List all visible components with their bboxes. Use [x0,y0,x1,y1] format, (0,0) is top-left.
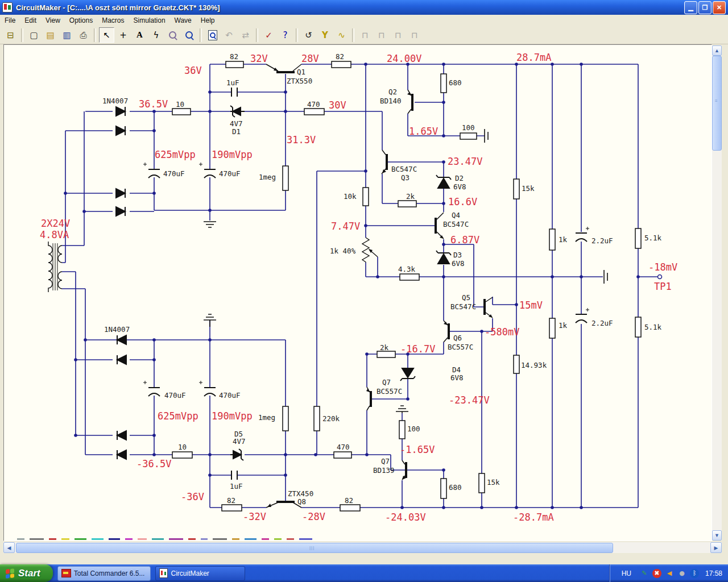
trace-color-dash [75,538,86,540]
menu-simulation[interactable]: Simulation [129,15,170,26]
vertical-scrollbar[interactable]: ▲ ≡ ▼ [712,45,722,541]
trace-color-dash [287,538,294,540]
reset-button[interactable]: ↺ [301,27,316,43]
digital-pulse-button: ⊓ [374,27,389,43]
menu-bar: FileEditViewOptionsMacrosSimulationWaveH… [0,15,728,27]
start-button[interactable]: Start [0,564,53,582]
save-file-button[interactable]: ▥ [59,27,75,43]
text-tool-button[interactable]: A [132,27,147,43]
select-tool-button[interactable]: ↖ [99,27,114,43]
menu-options[interactable]: Options [65,15,97,26]
menu-help[interactable]: Help [196,15,220,26]
trace-color-dash [49,538,56,540]
task-label: CircuitMaker [171,569,209,577]
clock: 17:58 [705,569,722,577]
close-button[interactable]: ✕ [713,1,726,14]
taskbar: Start Total Commander 6.5... CircuitMake… [0,564,728,582]
trace-color-dash [169,538,183,540]
connection-icon[interactable]: ● [677,569,686,578]
toolbar-separator [94,28,96,42]
zoom-page-icon [208,30,217,40]
trace-color-dash [245,538,257,540]
bluetooth-icon[interactable]: ᛒ [690,569,699,578]
wire-tool-button[interactable]: + [115,27,131,43]
trace-color-strip [17,538,317,540]
task-label: Total Commander 6.5... [74,569,145,577]
trace-color-dash [30,538,44,540]
trace-color-dash [299,538,312,540]
digital-clock-button: ⊓ [390,27,406,43]
trace-color-dash [61,538,69,540]
horizontal-scroll-thumb[interactable]: ||| [16,543,613,553]
trace-color-dash [152,538,164,540]
vertical-scroll-thumb[interactable]: ≡ [712,56,722,151]
title-bar: CircuitMaker - [C:....\A oszt sönt mirro… [0,0,728,15]
digital-pattern-button: ⊓ [407,27,422,43]
scroll-left-button[interactable]: ◀ [3,542,15,553]
trace-color-dash [262,538,269,540]
minimize-button[interactable]: ▁ [684,1,697,14]
mirror-button: ⇄ [238,27,253,43]
windows-flag-icon [6,568,15,579]
trace-color-dash [17,538,24,540]
digital-step-button: ⊓ [357,27,373,43]
trace-color-dash [109,538,120,540]
trace-color-dash [138,538,147,540]
language-indicator[interactable]: HU [617,568,636,579]
security-alert-icon[interactable]: ✖ [652,569,661,578]
trace-color-dash [92,538,104,540]
zoom-tool-button[interactable] [181,27,197,43]
probe-tool-button[interactable] [165,27,180,43]
volume-icon[interactable]: ◀ [665,569,674,578]
check-wires-button[interactable]: ✓ [261,27,276,43]
total-commander-icon [61,569,71,577]
magnifier-icon [185,31,193,39]
taskbar-item-total-commander[interactable]: Total Commander 6.5... [57,566,151,581]
menu-macros[interactable]: Macros [97,15,129,26]
parts-browser-button[interactable]: ⊟ [3,27,18,43]
tools-button[interactable]: Y [317,27,333,43]
menu-wave[interactable]: Wave [170,15,196,26]
toolbar-separator [352,28,354,42]
horizontal-scrollbar[interactable]: ◀ ||| ▶ [3,542,722,553]
trace-color-dash [188,538,196,540]
menu-file[interactable]: File [0,15,20,26]
circuitmaker-icon [2,2,13,13]
system-tray: HU ✎✖◀●ᛒ 17:58 [610,564,728,582]
delete-tool-button[interactable]: ϟ [148,27,164,43]
toolbar-separator [296,28,298,42]
trace-color-dash [213,538,227,540]
new-document-button[interactable]: ▢ [26,27,42,43]
toolbar: ⊟▢▤▥⎙↖+Aϟ↶⇄✓?↺Y∿⊓⊓⊓⊓ [0,26,728,44]
toolbar-separator [21,28,23,42]
scroll-right-button[interactable]: ▶ [710,542,722,553]
open-file-button[interactable]: ▤ [43,27,58,43]
wave-probe-button[interactable]: ∿ [334,27,349,43]
trace-color-dash [274,538,282,540]
trace-color-dash [125,538,133,540]
window-title: CircuitMaker - [C:....\A oszt sönt mirro… [16,3,683,12]
scroll-up-button[interactable]: ▲ [712,45,722,56]
trace-color-dash [201,538,208,540]
zoom-page-button[interactable] [205,27,220,43]
toolbar-separator [200,28,202,42]
scroll-down-button[interactable]: ▼ [712,530,722,541]
schematic-canvas[interactable] [3,44,712,541]
help-button[interactable]: ? [278,27,293,43]
restore-button[interactable]: ❐ [698,1,712,14]
print-button[interactable]: ⎙ [76,27,91,43]
probe-icon [169,31,176,39]
start-label: Start [18,568,40,579]
rotate-button: ↶ [221,27,237,43]
taskbar-item-circuitmaker[interactable]: CircuitMaker [155,566,245,581]
tablet-pen-icon[interactable]: ✎ [640,569,649,578]
trace-color-dash [232,538,239,540]
menu-edit[interactable]: Edit [20,15,41,26]
toolbar-separator [256,28,258,42]
menu-view[interactable]: View [41,15,65,26]
circuitmaker-icon [159,568,168,578]
